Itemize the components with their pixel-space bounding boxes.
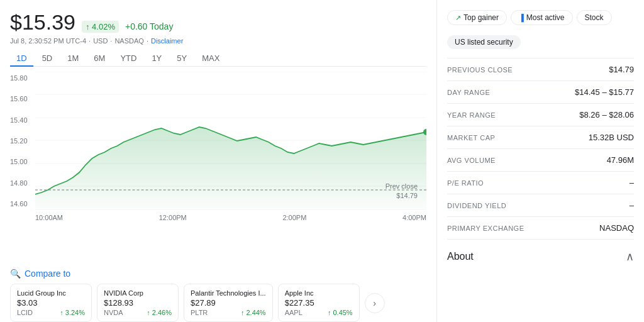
stat-avg-volume: AVG VOLUME 47.96M	[447, 149, 634, 172]
pltr-name: Palantir Technologies I...	[191, 289, 266, 297]
tab-1d[interactable]: 1D	[10, 51, 33, 67]
prev-close-label: Prev close$14.79	[386, 182, 418, 201]
badge-pct: ↑ 4.02%	[86, 22, 115, 31]
y-label-6: 14.80	[10, 179, 33, 187]
chart-container: 15.80 15.60 15.40 15.20 15.00 14.80 14.6…	[10, 72, 426, 264]
currency: USD	[93, 37, 108, 45]
x-label-2: 12:00PM	[159, 214, 187, 221]
compare-cards: Lucid Group Inc $3.03 LCID ↑ 3.24% NVIDI…	[10, 284, 426, 322]
main-price: $15.39	[10, 10, 75, 35]
stat-dividend-yield: DIVIDEND YIELD –	[447, 194, 634, 217]
us-listed-label: US listed security	[455, 38, 513, 47]
stat-value-year-range: $8.26 – $28.06	[579, 110, 634, 119]
tag-top-gainer[interactable]: ↗ Top gainer	[447, 10, 507, 25]
price-change: +0.60 Today	[125, 21, 173, 31]
price-badge: ↑ 4.02%	[82, 21, 119, 33]
nvda-ticker: NVDA	[104, 309, 123, 316]
tag-most-active-label: Most active	[526, 13, 565, 22]
lcid-ticker: LCID	[17, 309, 33, 316]
stat-value-market-cap: 15.32B USD	[589, 133, 634, 142]
tags-row: ↗ Top gainer ▐ Most active Stock	[447, 10, 634, 25]
x-label-3: 2:00PM	[282, 214, 306, 221]
stat-label-market-cap: MARKET CAP	[447, 134, 495, 142]
y-label-4: 15.20	[10, 137, 33, 145]
price-section: $15.39 ↑ 4.02% +0.60 Today	[10, 10, 426, 35]
aapl-ticker: AAPL	[285, 309, 303, 316]
y-label-2: 15.60	[10, 95, 33, 103]
nvda-name: NVIDIA Corp	[104, 289, 172, 297]
nvda-price: $128.93	[104, 298, 172, 308]
y-label-3: 15.40	[10, 116, 33, 124]
stat-year-range: YEAR RANGE $8.26 – $28.06	[447, 104, 634, 126]
pltr-price: $27.89	[191, 298, 266, 308]
stats-table: PREVIOUS CLOSE $14.79 DAY RANGE $14.45 –…	[447, 58, 634, 240]
aapl-change: ↑ 0.45%	[328, 309, 353, 316]
pltr-ticker: PLTR	[191, 309, 208, 316]
tag-top-gainer-label: Top gainer	[464, 13, 499, 22]
tag-stock[interactable]: Stock	[577, 10, 612, 25]
stat-label-prev-close: PREVIOUS CLOSE	[447, 66, 513, 74]
exchange: NASDAQ	[114, 37, 143, 45]
trend-icon: ↗	[455, 14, 461, 22]
stat-value-pe-ratio: –	[630, 178, 634, 187]
meta-info: Jul 8, 2:30:52 PM UTC-4 · USD · NASDAQ ·…	[10, 37, 426, 45]
tag-most-active[interactable]: ▐ Most active	[511, 10, 572, 25]
stat-value-prev-close: $14.79	[609, 65, 634, 74]
lcid-change: ↑ 3.24%	[60, 309, 85, 316]
tab-1m[interactable]: 1M	[61, 51, 85, 67]
nvda-change: ↑ 2.46%	[147, 309, 172, 316]
disclaimer-link[interactable]: Disclaimer	[151, 37, 183, 45]
about-section[interactable]: About ∧	[447, 245, 634, 264]
stat-previous-close: PREVIOUS CLOSE $14.79	[447, 58, 634, 81]
search-icon: 🔍	[10, 269, 21, 279]
stat-value-dividend-yield: –	[630, 201, 634, 210]
about-label: About	[447, 251, 474, 262]
tab-5y[interactable]: 5Y	[170, 51, 193, 67]
tab-5d[interactable]: 5D	[36, 51, 59, 67]
compare-label: Compare to	[25, 269, 70, 279]
y-label-7: 14.60	[10, 200, 33, 208]
next-arrow[interactable]: ›	[365, 293, 385, 313]
stat-day-range: DAY RANGE $14.45 – $15.77	[447, 81, 634, 104]
compare-section[interactable]: 🔍 Compare to	[10, 269, 426, 279]
tab-max[interactable]: MAX	[196, 51, 226, 67]
stat-label-avg-volume: AVG VOLUME	[447, 157, 496, 164]
lcid-name: Lucid Group Inc	[17, 289, 85, 297]
stat-primary-exchange: PRIMARY EXCHANGE NASDAQ	[447, 217, 634, 240]
time-tabs: 1D 5D 1M 6M YTD 1Y 5Y MAX	[10, 51, 426, 67]
x-label-1: 10:00AM	[35, 214, 63, 221]
stat-label-dividend-yield: DIVIDEND YIELD	[447, 202, 506, 209]
stat-label-primary-exchange: PRIMARY EXCHANGE	[447, 225, 525, 232]
stat-value-avg-volume: 47.96M	[607, 155, 634, 165]
tab-6m[interactable]: 6M	[87, 51, 111, 67]
lcid-price: $3.03	[17, 298, 85, 308]
aapl-name: Apple Inc	[285, 289, 353, 297]
y-label-5: 15.00	[10, 158, 33, 165]
right-panel: ↗ Top gainer ▐ Most active Stock US list…	[436, 0, 644, 322]
stock-card-nvda[interactable]: NVIDIA Corp $128.93 NVDA ↑ 2.46%	[97, 284, 179, 322]
tab-1y[interactable]: 1Y	[145, 51, 168, 67]
x-labels: 10:00AM 12:00PM 2:00PM 4:00PM	[10, 214, 426, 221]
tag-stock-label: Stock	[585, 13, 604, 22]
stat-value-day-range: $14.45 – $15.77	[575, 87, 634, 97]
stat-label-day-range: DAY RANGE	[447, 89, 490, 96]
stock-chart	[35, 72, 426, 210]
x-label-4: 4:00PM	[402, 214, 426, 221]
stock-card-lcid[interactable]: Lucid Group Inc $3.03 LCID ↑ 3.24%	[10, 284, 92, 322]
stock-card-aapl[interactable]: Apple Inc $227.35 AAPL ↑ 0.45%	[278, 284, 360, 322]
y-label-1: 15.80	[10, 74, 33, 82]
date-time: Jul 8, 2:30:52 PM UTC-4	[10, 37, 86, 45]
stat-market-cap: MARKET CAP 15.32B USD	[447, 126, 634, 149]
tab-ytd[interactable]: YTD	[114, 51, 143, 67]
stat-label-year-range: YEAR RANGE	[447, 111, 496, 119]
stat-pe-ratio: P/E RATIO –	[447, 172, 634, 194]
chevron-up-icon[interactable]: ∧	[626, 250, 634, 264]
stock-card-pltr[interactable]: Palantir Technologies I... $27.89 PLTR ↑…	[184, 284, 273, 322]
pltr-change: ↑ 2.44%	[241, 309, 266, 316]
stat-value-primary-exchange: NASDAQ	[599, 223, 634, 233]
stat-label-pe-ratio: P/E RATIO	[447, 179, 484, 187]
left-panel: $15.39 ↑ 4.02% +0.60 Today Jul 8, 2:30:5…	[0, 0, 436, 322]
us-listed-tag[interactable]: US listed security	[447, 35, 521, 49]
bar-chart-icon: ▐	[519, 14, 524, 21]
aapl-price: $227.35	[285, 298, 353, 308]
